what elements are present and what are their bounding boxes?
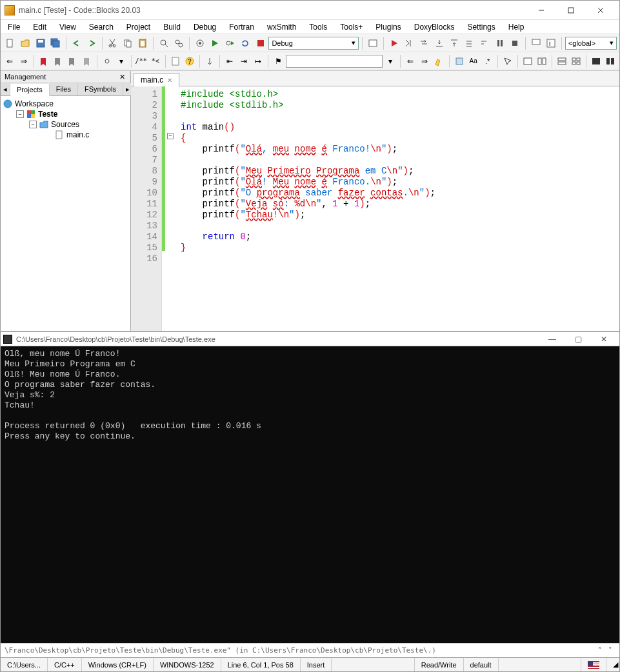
console-output[interactable]: Olß, meu nome Ú Franco! Meu Primeiro Pro… — [1, 346, 619, 643]
menu-tools+[interactable]: Tools+ — [335, 21, 367, 33]
tree-workspace[interactable]: Workspace — [15, 99, 54, 108]
tree-folder[interactable]: Sources — [51, 120, 79, 129]
tree-expander[interactable]: − — [16, 110, 24, 118]
rebuild-button[interactable] — [238, 36, 252, 50]
resize-grip[interactable]: ◢ — [606, 658, 619, 671]
minimize-button[interactable] — [526, 1, 556, 20]
fold-toggle[interactable]: − — [167, 133, 174, 139]
layout4-button[interactable] — [570, 54, 583, 68]
menu-debug[interactable]: Debug — [189, 21, 221, 33]
build-run-button[interactable] — [223, 36, 237, 50]
undo-button[interactable] — [70, 36, 83, 50]
next-bookmark-button[interactable] — [66, 54, 79, 68]
find-button[interactable] — [157, 36, 170, 50]
open-button[interactable] — [18, 36, 32, 50]
prev-bookmark-button[interactable] — [52, 54, 65, 68]
redo-button[interactable] — [85, 36, 98, 50]
menu-wxsmith[interactable]: wxSmith — [263, 21, 301, 33]
console-close-button[interactable]: ✕ — [591, 332, 617, 346]
menu-project[interactable]: Project — [122, 21, 155, 33]
toggle-bookmark-button[interactable] — [37, 54, 50, 68]
step-out-button[interactable] — [448, 36, 461, 50]
run-button[interactable] — [208, 36, 222, 50]
select-text-button[interactable] — [452, 54, 465, 68]
search-input[interactable] — [286, 55, 383, 68]
clear-bookmarks-button[interactable] — [80, 54, 93, 68]
save-button[interactable] — [34, 36, 47, 50]
menu-plugins[interactable]: Plugins — [371, 21, 405, 33]
replace-button[interactable] — [172, 36, 186, 50]
build-button[interactable] — [193, 36, 206, 50]
info-button[interactable]: i — [544, 36, 557, 50]
settings-dropdown[interactable]: ▾ — [115, 54, 128, 68]
layout2-button[interactable] — [535, 54, 548, 68]
match-case-button[interactable]: Aa — [467, 54, 480, 68]
break-button[interactable] — [493, 36, 506, 50]
cursor-button[interactable] — [501, 54, 514, 68]
cut-button[interactable] — [106, 36, 119, 50]
hl-prev-button[interactable]: ⇐ — [404, 54, 417, 68]
log-scroll-up[interactable]: ˄ — [595, 646, 605, 655]
new-file-button[interactable] — [3, 36, 17, 50]
sidebar-tab-fsymbols[interactable]: FSymbols — [78, 83, 123, 95]
menu-settings[interactable]: Settings — [463, 21, 499, 33]
sidebar-tab-projects[interactable]: Projects — [10, 84, 50, 96]
menu-view[interactable]: View — [55, 21, 81, 33]
abort-button[interactable] — [254, 36, 267, 50]
hl-next-button[interactable]: ⇒ — [418, 54, 431, 68]
regex-button[interactable]: .* — [481, 54, 494, 68]
next-instr-button[interactable] — [463, 36, 476, 50]
jump-back-button[interactable]: ⇤ — [223, 54, 236, 68]
project-tree[interactable]: Workspace − Teste − Sources main.c — [1, 96, 130, 331]
help-button[interactable]: ? — [183, 54, 196, 68]
doc-button[interactable] — [169, 54, 182, 68]
tree-file[interactable]: main.c — [66, 130, 89, 139]
menu-search[interactable]: Search — [85, 21, 118, 33]
sidebar-close-button[interactable]: ✕ — [117, 72, 126, 81]
menu-doxyblocks[interactable]: DoxyBlocks — [410, 21, 459, 33]
comment-button[interactable]: /** — [135, 54, 148, 68]
menu-fortran[interactable]: Fortran — [225, 21, 259, 33]
step-instr-button[interactable] — [478, 36, 492, 50]
highlight-button[interactable] — [432, 54, 445, 68]
code-editor[interactable]: 12345678910111213141516 − #include <stdi… — [131, 86, 619, 331]
next-line-button[interactable] — [417, 36, 431, 50]
back-button[interactable]: ⇐ — [3, 54, 16, 68]
debug-windows-button[interactable] — [529, 36, 543, 50]
step-into-button[interactable] — [432, 36, 446, 50]
close-button[interactable] — [586, 1, 615, 20]
tab-close-icon[interactable]: ✕ — [167, 77, 172, 84]
search-dropdown[interactable]: ▾ — [384, 54, 397, 68]
jump-fwd-button[interactable]: ⇥ — [237, 54, 250, 68]
status-language-flag[interactable] — [581, 658, 606, 671]
scope-combo[interactable]: <global>▾ — [565, 37, 617, 50]
menu-tools[interactable]: Tools — [305, 21, 332, 33]
console-minimize-button[interactable]: — — [539, 332, 565, 346]
sidebar-tab-prev[interactable]: ◂ — [1, 83, 10, 95]
settings-button[interactable] — [100, 54, 113, 68]
forward-button[interactable]: ⇒ — [17, 54, 30, 68]
copy-button[interactable] — [121, 36, 134, 50]
tree-expander[interactable]: − — [29, 121, 37, 128]
run-to-cursor-button[interactable] — [402, 36, 415, 50]
last-jump-button[interactable]: ↦ — [252, 54, 265, 68]
layout1-button[interactable] — [521, 54, 534, 68]
uncomment-button[interactable]: *< — [149, 54, 162, 68]
layout3-button[interactable] — [555, 54, 568, 68]
menu-edit[interactable]: Edit — [28, 21, 51, 33]
jump-marker-button[interactable]: ⚑ — [272, 54, 285, 68]
build-target-combo[interactable]: Debug▾ — [268, 37, 359, 50]
show-target-button[interactable] — [366, 36, 379, 50]
paste-button[interactable] — [136, 36, 150, 50]
menu-help[interactable]: Help — [504, 21, 529, 33]
layout6-button[interactable] — [604, 54, 617, 68]
debug-run-button[interactable] — [387, 36, 401, 50]
editor-tab[interactable]: main.c ✕ — [134, 73, 179, 86]
log-scroll-down[interactable]: ˅ — [605, 646, 615, 655]
stop-debug-button[interactable] — [508, 36, 522, 50]
menu-file[interactable]: File — [3, 21, 25, 33]
goto-decl-button[interactable] — [203, 54, 216, 68]
console-maximize-button[interactable]: ▢ — [565, 332, 591, 346]
maximize-button[interactable] — [556, 1, 586, 20]
save-all-button[interactable] — [48, 36, 62, 50]
